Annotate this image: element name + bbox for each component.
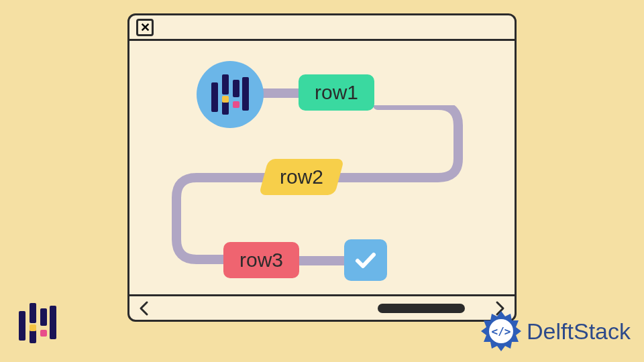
- node-row2-label: row2: [280, 166, 323, 188]
- close-button[interactable]: ✕: [136, 19, 154, 36]
- chevron-left-icon: [138, 300, 151, 316]
- start-node: [197, 61, 264, 128]
- node-row1: row1: [299, 74, 374, 111]
- delftstack-gear-icon: </>: [480, 310, 523, 353]
- scroll-thumb[interactable]: [378, 304, 465, 313]
- scroll-track[interactable]: [159, 304, 485, 313]
- app-window: ✕ row1: [127, 13, 517, 322]
- scrollbar: [129, 294, 515, 320]
- end-node: [344, 239, 387, 281]
- check-icon: [352, 247, 379, 274]
- pandas-corner-logo-icon: [19, 303, 56, 347]
- pandas-logo-icon: [211, 74, 249, 115]
- connector-row1-to-row2: [331, 105, 465, 186]
- node-row2: row2: [259, 159, 345, 195]
- close-icon: ✕: [140, 21, 150, 34]
- node-row3: row3: [223, 242, 299, 278]
- brand-name: DelftStack: [527, 318, 631, 345]
- scroll-left-button[interactable]: [135, 299, 154, 318]
- svg-text:</>: </>: [492, 325, 511, 338]
- node-row1-label: row1: [315, 81, 358, 104]
- titlebar: ✕: [129, 15, 515, 41]
- brand-footer: </> DelftStack: [480, 310, 631, 353]
- diagram-canvas: row1 row2 row3: [129, 41, 515, 294]
- node-row3-label: row3: [239, 249, 283, 272]
